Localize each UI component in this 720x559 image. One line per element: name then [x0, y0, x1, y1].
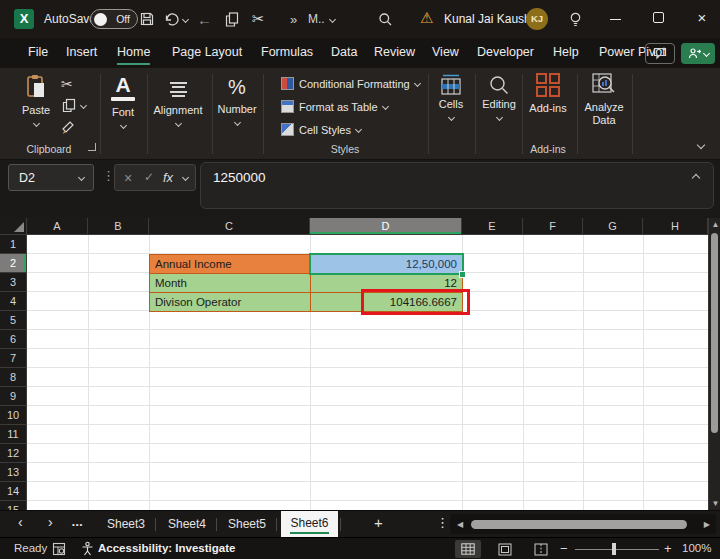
- page-break-view-button[interactable]: [528, 540, 554, 558]
- font-group-button[interactable]: A Font: [101, 74, 145, 130]
- column-header-e[interactable]: E: [462, 218, 523, 235]
- cell-d3[interactable]: 12: [310, 273, 463, 293]
- tab-insert[interactable]: Insert: [66, 45, 97, 59]
- column-header-h[interactable]: H: [643, 218, 708, 235]
- vertical-scrollbar[interactable]: ▲ ▼: [708, 218, 720, 510]
- macro-record-button[interactable]: [52, 542, 66, 556]
- maximize-button[interactable]: [651, 11, 665, 25]
- autosave-toggle[interactable]: Off: [90, 9, 138, 29]
- lightbulb-button[interactable]: [568, 8, 583, 30]
- document-menu[interactable]: M..: [308, 8, 335, 30]
- row-header-1[interactable]: 1: [0, 235, 27, 254]
- cell-c4[interactable]: Divison Operator: [149, 292, 311, 312]
- collapse-formula-bar-icon[interactable]: [692, 174, 700, 182]
- cell-styles-button[interactable]: Cell Styles: [281, 123, 361, 136]
- name-box[interactable]: D2: [8, 164, 94, 191]
- clipboard-dialog-launcher-icon[interactable]: [88, 143, 96, 151]
- horizontal-scroll-thumb[interactable]: [471, 520, 687, 529]
- row-header-5[interactable]: 5: [0, 311, 27, 330]
- tab-review[interactable]: Review: [374, 45, 415, 59]
- column-header-d[interactable]: D: [310, 218, 462, 235]
- cell-c3[interactable]: Month: [149, 273, 311, 293]
- accessibility-status[interactable]: Accessibility: Investigate: [98, 542, 235, 554]
- tab-help[interactable]: Help: [553, 45, 579, 59]
- cell-d2[interactable]: 12,50,000: [310, 254, 463, 274]
- row-header-6[interactable]: 6: [0, 330, 27, 349]
- row-header-10[interactable]: 10: [0, 406, 27, 425]
- insert-function-icon[interactable]: fx: [163, 170, 173, 185]
- zoom-out-button[interactable]: −: [560, 541, 568, 556]
- undo-button[interactable]: [163, 8, 188, 30]
- format-painter-button[interactable]: [61, 120, 77, 135]
- cell-d4[interactable]: 104166.6667: [310, 292, 463, 312]
- avatar[interactable]: KJ: [526, 8, 548, 30]
- sheet-tab-sheet6-active[interactable]: Sheet6: [281, 511, 338, 538]
- zoom-slider-track[interactable]: [575, 549, 659, 550]
- row-header-11[interactable]: 11: [0, 425, 27, 444]
- add-sheet-button[interactable]: +: [374, 514, 383, 531]
- conditional-formatting-button[interactable]: Conditional Formatting: [281, 77, 420, 90]
- tab-view[interactable]: View: [432, 45, 459, 59]
- copy-button-ribbon[interactable]: [62, 98, 86, 113]
- excel-app-icon[interactable]: X: [14, 9, 34, 29]
- zoom-slider-thumb[interactable]: [612, 543, 616, 555]
- cell-c2[interactable]: Annual Income: [149, 254, 311, 274]
- row-header-4[interactable]: 4: [0, 292, 27, 311]
- copy-button[interactable]: [224, 8, 240, 30]
- tab-page-layout[interactable]: Page Layout: [172, 45, 242, 59]
- analyze-data-button[interactable]: Analyze Data: [578, 72, 630, 127]
- editing-group-button[interactable]: Editing: [476, 74, 522, 122]
- cancel-icon[interactable]: ×: [124, 170, 132, 186]
- tab-file[interactable]: File: [28, 45, 48, 59]
- row-header-3[interactable]: 3: [0, 273, 27, 292]
- row-header-2[interactable]: 2: [0, 254, 27, 273]
- addins-button[interactable]: Add-ins: [523, 72, 573, 114]
- tab-data[interactable]: Data: [331, 45, 357, 59]
- normal-view-button[interactable]: [455, 540, 481, 558]
- sheet-tab-sheet5[interactable]: Sheet5: [228, 517, 266, 531]
- zoom-level[interactable]: 100%: [682, 542, 711, 554]
- vertical-scroll-thumb[interactable]: [711, 233, 718, 433]
- tab-developer[interactable]: Developer: [477, 45, 534, 59]
- close-button[interactable]: ×: [695, 11, 709, 25]
- sheet-prev-icon[interactable]: ‹: [18, 514, 23, 530]
- accessibility-checker-button[interactable]: [80, 541, 95, 556]
- search-button[interactable]: [378, 8, 393, 30]
- row-header-12[interactable]: 12: [0, 444, 27, 463]
- zoom-in-button[interactable]: +: [664, 541, 672, 556]
- undo-dropdown-icon[interactable]: [182, 15, 189, 22]
- select-all-corner[interactable]: [0, 218, 27, 235]
- row-header-8[interactable]: 8: [0, 368, 27, 387]
- row-header-15[interactable]: 15: [0, 501, 27, 510]
- row-header-13[interactable]: 13: [0, 463, 27, 482]
- scroll-up-icon[interactable]: ▲: [712, 220, 720, 229]
- column-header-g[interactable]: G: [583, 218, 643, 235]
- sheet-next-icon[interactable]: ›: [48, 514, 53, 530]
- scroll-right-icon[interactable]: ▶: [704, 520, 710, 529]
- row-header-7[interactable]: 7: [0, 349, 27, 368]
- sheet-tab-sheet3[interactable]: Sheet3: [107, 517, 145, 531]
- horizontal-scrollbar[interactable]: ◀ ▶: [450, 514, 716, 534]
- sheet-list-icon[interactable]: •••: [72, 520, 83, 529]
- row-header-14[interactable]: 14: [0, 482, 27, 501]
- scroll-down-icon[interactable]: ▼: [712, 499, 720, 508]
- fill-handle[interactable]: [459, 271, 466, 278]
- tab-home[interactable]: Home: [117, 45, 150, 65]
- column-header-f[interactable]: F: [523, 218, 583, 235]
- page-layout-view-button[interactable]: [492, 540, 518, 558]
- alignment-group-button[interactable]: Alignment: [148, 74, 208, 128]
- column-header-b[interactable]: B: [88, 218, 149, 235]
- share-button[interactable]: [681, 43, 715, 64]
- number-group-button[interactable]: % Number: [213, 74, 261, 127]
- sheet-tab-sheet4[interactable]: Sheet4: [168, 517, 206, 531]
- row-header-9[interactable]: 9: [0, 387, 27, 406]
- cells-group-button[interactable]: Cells: [429, 74, 473, 122]
- back-arrow-icon[interactable]: ←: [197, 8, 212, 30]
- cut-icon[interactable]: ✂: [252, 8, 265, 30]
- enter-icon[interactable]: ✓: [144, 170, 154, 184]
- sheet-options-icon[interactable]: ⋮: [436, 515, 449, 530]
- column-header-a[interactable]: A: [27, 218, 88, 235]
- cut-button[interactable]: ✂: [61, 76, 73, 92]
- comments-button[interactable]: [645, 43, 675, 64]
- scroll-left-icon[interactable]: ◀: [457, 520, 463, 529]
